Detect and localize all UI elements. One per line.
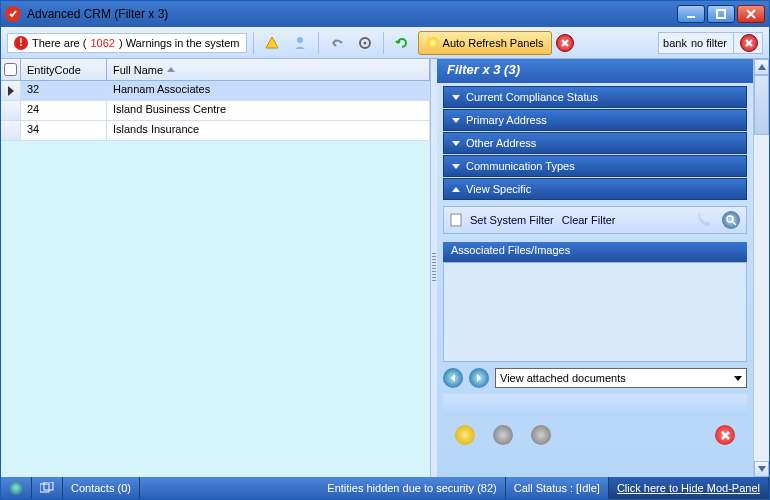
chevron-down-icon xyxy=(452,118,460,123)
sort-asc-icon xyxy=(167,67,175,72)
windows-icon xyxy=(40,482,54,494)
row-indicator xyxy=(1,121,21,140)
main-window: Advanced CRM (Filter x 3) ! There are (1… xyxy=(0,0,770,500)
left-pane: EntityCode Full Name 32 Hannam Associate… xyxy=(1,59,431,477)
grey-action-button-2[interactable] xyxy=(531,425,551,445)
bottom-strip xyxy=(443,394,747,416)
clear-bank-filter-button[interactable] xyxy=(740,34,758,52)
disk-icon xyxy=(450,213,462,227)
attachments-combo[interactable]: View attached documents xyxy=(495,368,747,388)
select-all-checkbox[interactable] xyxy=(4,63,17,76)
stop-button[interactable] xyxy=(556,34,574,52)
row-selector-header[interactable] xyxy=(1,59,21,80)
app-icon xyxy=(5,6,21,22)
status-windows-cell[interactable] xyxy=(32,477,63,499)
warnings-text-prefix: There are ( xyxy=(32,37,86,49)
cell-fullname: Islands Insurance xyxy=(107,121,430,140)
status-contacts[interactable]: Contacts (0) xyxy=(63,477,140,499)
titlebar: Advanced CRM (Filter x 3) xyxy=(1,1,769,27)
current-row-icon xyxy=(8,86,14,96)
accordion-item-communication-types[interactable]: Communication Types xyxy=(443,155,747,177)
hide-mod-panel-link[interactable]: Click here to Hide Mod-Panel xyxy=(609,477,769,499)
search-button[interactable] xyxy=(722,211,740,229)
alert-button[interactable] xyxy=(260,31,284,55)
status-hidden: Entities hidden due to security (82) xyxy=(140,477,506,499)
right-pane: Filter x 3 (3) Current Compliance Status… xyxy=(437,59,769,477)
status-globe-cell[interactable] xyxy=(1,477,32,499)
clear-filter-link[interactable]: Clear Filter xyxy=(562,214,616,226)
cell-entitycode: 32 xyxy=(21,81,107,100)
row-indicator xyxy=(1,81,21,100)
svg-point-6 xyxy=(363,41,366,44)
grid: EntityCode Full Name 32 Hannam Associate… xyxy=(1,59,430,477)
user-button[interactable] xyxy=(288,31,312,55)
undo-button[interactable] xyxy=(325,31,349,55)
settings-button[interactable] xyxy=(353,31,377,55)
combo-value: View attached documents xyxy=(500,372,626,384)
bank-label: bank xyxy=(663,37,687,49)
phone-icon xyxy=(694,210,714,230)
row-indicator xyxy=(1,101,21,120)
svg-rect-11 xyxy=(451,214,461,226)
dropdown-icon xyxy=(734,376,742,381)
nav-row: View attached documents xyxy=(443,368,747,388)
table-row[interactable]: 32 Hannam Associates xyxy=(1,81,430,101)
col-entitycode[interactable]: EntityCode xyxy=(21,59,107,80)
minimize-button[interactable] xyxy=(677,5,705,23)
chevron-down-icon xyxy=(452,95,460,100)
svg-point-4 xyxy=(297,37,303,43)
body: EntityCode Full Name 32 Hannam Associate… xyxy=(1,59,769,477)
set-system-filter-link[interactable]: Set System Filter xyxy=(470,214,554,226)
maximize-button[interactable] xyxy=(707,5,735,23)
cell-entitycode: 34 xyxy=(21,121,107,140)
warnings-count: 1062 xyxy=(90,37,114,49)
toolbar: ! There are (1062) Warnings in the syste… xyxy=(1,27,769,59)
accordion-item-primary-address[interactable]: Primary Address xyxy=(443,109,747,131)
scroll-thumb[interactable] xyxy=(754,75,769,135)
table-row[interactable]: 34 Islands Insurance xyxy=(1,121,430,141)
grid-header: EntityCode Full Name xyxy=(1,59,430,81)
filter-accordion: Current Compliance Status Primary Addres… xyxy=(443,86,747,201)
bulb-icon xyxy=(427,37,439,49)
cell-entitycode: 24 xyxy=(21,101,107,120)
accordion-item-view-specific[interactable]: View Specific xyxy=(443,178,747,200)
nav-next-button[interactable] xyxy=(469,368,489,388)
delete-button[interactable] xyxy=(715,425,735,445)
window-title: Advanced CRM (Filter x 3) xyxy=(27,7,168,21)
filter-ops-bar: Set System Filter Clear Filter xyxy=(443,206,747,234)
warnings-text-suffix: ) Warnings in the system xyxy=(119,37,240,49)
svg-rect-1 xyxy=(717,10,725,18)
accordion-item-compliance[interactable]: Current Compliance Status xyxy=(443,86,747,108)
grey-action-button-1[interactable] xyxy=(493,425,513,445)
right-scrollbar[interactable] xyxy=(753,59,769,477)
bank-filter-box: bank no filter xyxy=(658,32,763,54)
accordion-item-other-address[interactable]: Other Address xyxy=(443,132,747,154)
filter-value: no filter xyxy=(691,37,727,49)
scroll-up-button[interactable] xyxy=(754,59,769,75)
associated-files-header: Associated Files/Images xyxy=(443,242,747,262)
action-balls-row xyxy=(443,420,747,450)
globe-icon xyxy=(9,481,23,495)
chevron-down-icon xyxy=(452,141,460,146)
scroll-down-button[interactable] xyxy=(754,461,769,477)
warnings-box[interactable]: ! There are (1062) Warnings in the syste… xyxy=(7,33,247,53)
yellow-action-button[interactable] xyxy=(455,425,475,445)
statusbar: Contacts (0) Entities hidden due to secu… xyxy=(1,477,769,499)
chevron-up-icon xyxy=(452,187,460,192)
refresh-button[interactable] xyxy=(390,31,414,55)
chevron-down-icon xyxy=(452,164,460,169)
filter-header: Filter x 3 (3) xyxy=(437,59,753,83)
nav-prev-button[interactable] xyxy=(443,368,463,388)
status-call: Call Status : [Idle] xyxy=(506,477,609,499)
table-row[interactable]: 24 Island Business Centre xyxy=(1,101,430,121)
auto-refresh-button[interactable]: Auto Refresh Panels xyxy=(418,31,553,55)
grid-rows: 32 Hannam Associates 24 Island Business … xyxy=(1,81,430,141)
close-button[interactable] xyxy=(737,5,765,23)
col-fullname[interactable]: Full Name xyxy=(107,59,430,80)
warning-icon: ! xyxy=(14,36,28,50)
auto-refresh-label: Auto Refresh Panels xyxy=(443,37,544,49)
cell-fullname: Hannam Associates xyxy=(107,81,430,100)
svg-point-12 xyxy=(727,216,733,222)
cell-fullname: Island Business Centre xyxy=(107,101,430,120)
associated-files-body xyxy=(443,262,747,362)
